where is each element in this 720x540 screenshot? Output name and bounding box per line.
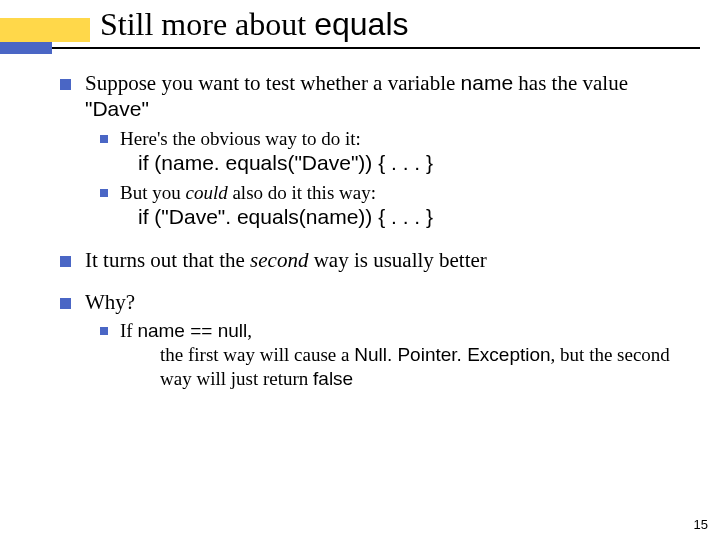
p2-second: second — [250, 248, 308, 272]
s3-line2a: the first way will cause a — [160, 344, 354, 365]
title-accent-yellow — [0, 18, 90, 42]
s3-cond: name == null — [137, 320, 247, 341]
title-text-pre: Still more about — [100, 6, 314, 42]
p2b: way is usually better — [308, 248, 486, 272]
bullet-1: Suppose you want to test whether a varia… — [60, 70, 680, 123]
s3b: , — [247, 320, 252, 341]
sub-bullet-2: But you could also do it this way: — [100, 181, 680, 205]
sub-bullet-3-text: If name == null, the first way will caus… — [120, 319, 680, 390]
p1a: Suppose you want to test whether a varia… — [85, 71, 461, 95]
bullet-icon — [60, 298, 71, 309]
p1-dave: "Dave" — [85, 97, 149, 120]
title-underline — [52, 47, 700, 49]
slide-title: Still more about equals — [100, 6, 409, 43]
title-text-code: equals — [314, 6, 408, 42]
s3-false: false — [313, 368, 353, 389]
sub-bullet-3-wrap: the first way will cause a Null. Pointer… — [160, 343, 680, 391]
p1b: has the value — [513, 71, 628, 95]
slide-content: Suppose you want to test whether a varia… — [0, 70, 720, 390]
code-line-2: if ("Dave". equals(name)) { . . . } — [138, 204, 680, 230]
sub-bullet-2-text: But you could also do it this way: — [120, 181, 376, 205]
p1-name: name — [461, 71, 514, 94]
bullet-2-text: It turns out that the second way is usua… — [85, 247, 487, 273]
p2a: It turns out that the — [85, 248, 250, 272]
sub-bullet-3: If name == null, the first way will caus… — [100, 319, 680, 390]
page-number: 15 — [694, 517, 708, 532]
bullet-3: Why? — [60, 289, 680, 315]
bullet-icon — [100, 327, 108, 335]
sub-bullet-1-text: Here's the obvious way to do it: — [120, 127, 361, 151]
title-bar: Still more about equals — [0, 0, 720, 54]
bullet-icon — [100, 135, 108, 143]
bullet-icon — [60, 256, 71, 267]
bullet-2: It turns out that the second way is usua… — [60, 247, 680, 273]
bullet-icon — [60, 79, 71, 90]
s3a: If — [120, 320, 137, 341]
title-accent-blue — [0, 42, 52, 54]
s2b: also do it this way: — [228, 182, 376, 203]
bullet-1-text: Suppose you want to test whether a varia… — [85, 70, 680, 123]
s2-could: could — [185, 182, 227, 203]
bullet-icon — [100, 189, 108, 197]
bullet-3-text: Why? — [85, 289, 135, 315]
sub-bullet-1: Here's the obvious way to do it: — [100, 127, 680, 151]
code-line-1: if (name. equals("Dave")) { . . . } — [138, 150, 680, 176]
s2a: But you — [120, 182, 185, 203]
s3-npe: Null. Pointer. Exception — [354, 344, 550, 365]
